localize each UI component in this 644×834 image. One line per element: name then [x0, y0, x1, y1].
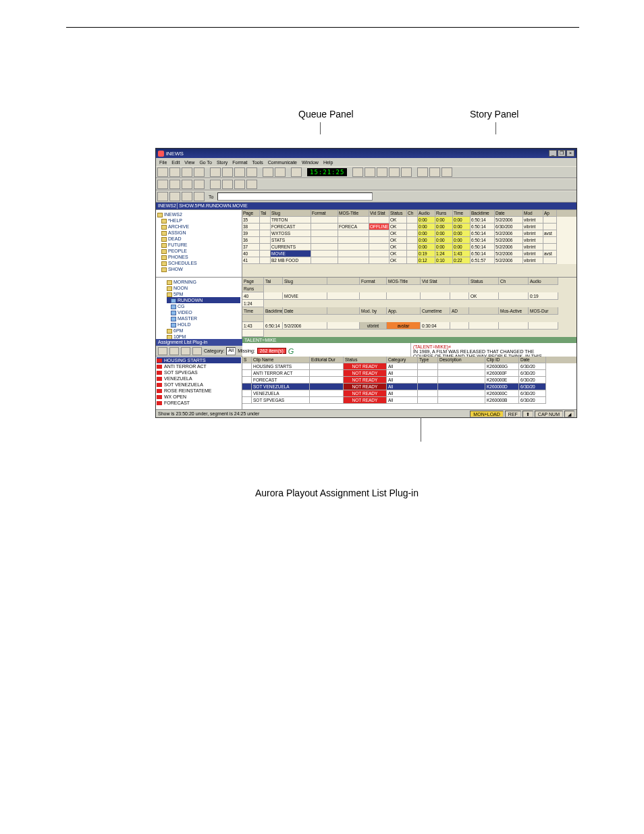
menu-help[interactable]: Help [323, 160, 333, 165]
toolbar-button[interactable] [389, 167, 400, 177]
tree-item[interactable]: 6PM [157, 328, 240, 334]
queue-header-cell[interactable]: Ch [407, 210, 418, 217]
queue-row[interactable]: 37CURRENTSOK0:000:000:006:50:145/2/2006v… [242, 244, 576, 251]
menu-file[interactable]: File [159, 160, 167, 165]
tree-item[interactable]: DEAD [157, 236, 240, 242]
toolbar-button[interactable] [401, 167, 412, 177]
form-value[interactable]: 1:24 [242, 300, 264, 307]
plugin-button[interactable] [158, 347, 167, 355]
clip-row[interactable]: SOT SPVEGASNOT READYAllK260000B6/30/20 [242, 397, 576, 404]
queue-header-cell[interactable]: Date [495, 210, 523, 217]
toolbar-button[interactable] [246, 167, 257, 177]
toolbar-button[interactable] [377, 167, 387, 177]
toolbar-button[interactable] [194, 180, 205, 189]
toolbar-button[interactable] [234, 167, 245, 177]
queue-header-cell[interactable]: MOS-Title [338, 210, 369, 217]
queue-header-cell[interactable]: Status [390, 210, 407, 217]
tree-item[interactable]: SCHEDULES [157, 260, 240, 266]
tree-item[interactable]: MASTER [167, 315, 240, 321]
form-value[interactable]: 0:30:04 [421, 322, 450, 330]
clip-header-cell[interactable]: Description [438, 357, 485, 363]
clip-list-item[interactable]: ANTI TERROR ACT [157, 363, 241, 369]
toolbar-button[interactable] [275, 167, 286, 177]
plugin-button[interactable] [181, 347, 190, 355]
clip-list-item[interactable]: SOT SPVEGAS [157, 369, 241, 375]
minimize-button[interactable]: _ [549, 150, 557, 157]
form-value[interactable] [469, 322, 499, 330]
form-value[interactable] [360, 292, 387, 300]
form-value[interactable] [264, 292, 283, 300]
toolbar-button[interactable] [157, 167, 168, 177]
toolbar-button[interactable] [222, 180, 233, 189]
menu-tools[interactable]: Tools [252, 160, 263, 165]
form-value[interactable] [450, 292, 469, 300]
form-value[interactable] [242, 330, 264, 337]
tree-item[interactable]: RUNDOWN [167, 297, 240, 303]
queue-header-cell[interactable]: Mod [523, 210, 543, 217]
form-value[interactable]: avstar [387, 322, 421, 330]
form-value[interactable]: 0:19 [529, 292, 558, 300]
form-value[interactable]: 40 [242, 292, 264, 300]
menu-window[interactable]: Window [302, 160, 319, 165]
tree-item[interactable]: PEOPLE [157, 248, 240, 254]
form-value[interactable]: 5/2/2006 [283, 322, 327, 330]
queue-header-cell[interactable]: Page [242, 210, 260, 217]
toolbar-button[interactable] [169, 167, 180, 177]
form-value[interactable]: 1:43 [242, 322, 264, 330]
toolbar-button[interactable] [365, 167, 375, 177]
menu-view[interactable]: View [184, 160, 194, 165]
tree-item[interactable]: ARCHIVE [157, 224, 240, 230]
toolbar-button[interactable] [169, 192, 180, 201]
clip-header-cell[interactable]: S [242, 357, 252, 363]
toolbar-button[interactable] [210, 180, 221, 189]
clip-list-item[interactable]: WX OPEN [157, 394, 241, 400]
maximize-button[interactable]: ❐ [558, 150, 566, 157]
toolbar-button[interactable] [234, 180, 245, 189]
clip-list-item[interactable]: HOUSING STARTS [157, 357, 241, 363]
form-value[interactable]: MOVIE [283, 292, 327, 300]
clip-header-cell[interactable]: Date [519, 357, 546, 363]
form-value[interactable] [499, 322, 529, 330]
queue-header-cell[interactable]: Time [453, 210, 471, 217]
tree-item[interactable]: HOLD [167, 321, 240, 328]
toolbar-button[interactable] [194, 192, 205, 201]
directory-tree-lower[interactable]: MORNINGNOON5PMRUNDOWNCGVIDEOMASTERHOLD6P… [156, 278, 242, 339]
toolbar-button[interactable] [429, 167, 440, 177]
tree-item[interactable]: *HELP [157, 217, 240, 224]
queue-header-cell[interactable]: Tal [260, 210, 271, 217]
form-value[interactable] [327, 322, 360, 330]
tree-item[interactable]: CG [167, 303, 240, 309]
queue-row[interactable]: 38FORECASTFORECAOFFLINEOK0:000:000:006:5… [242, 224, 576, 230]
queue-header-cell[interactable]: Runs [435, 210, 453, 217]
form-value[interactable] [529, 322, 558, 330]
queue-row[interactable]: 41B2 MB FOODOK0:120:100:226:51:575/2/200… [242, 257, 576, 264]
queue-header-cell[interactable]: Slug [271, 210, 311, 217]
tree-item[interactable]: SHOW [157, 266, 240, 272]
form-value[interactable]: OK [469, 292, 499, 300]
tree-item[interactable]: FUTURE [157, 242, 240, 248]
toolbar-button[interactable] [263, 167, 273, 177]
tree-item[interactable]: 10PM [157, 334, 240, 339]
clip-list[interactable]: HOUSING STARTSANTI TERROR ACTSOT SPVEGAS… [156, 357, 242, 409]
queue-header-cell[interactable]: Audio [418, 210, 435, 217]
clip-row[interactable]: ANTI TERROR ACTNOT READYAllK260000F6/30/… [242, 370, 576, 377]
clip-list-item[interactable]: ROSE REINSTATEME [157, 388, 241, 394]
toolbar-button[interactable] [222, 167, 233, 177]
tree-root[interactable]: INEWS2 [164, 212, 182, 217]
clip-header-cell[interactable]: Clip ID [485, 357, 519, 363]
plugin-button[interactable] [192, 347, 202, 355]
form-value[interactable] [450, 322, 469, 330]
category-select[interactable]: All [226, 347, 236, 355]
clip-row[interactable]: VENEZUELANOT READYAllK260000C6/30/20 [242, 390, 576, 397]
clip-row[interactable]: FORECASTNOT READYAllK260000E6/30/20 [242, 377, 576, 384]
menu-edit[interactable]: Edit [171, 160, 180, 165]
close-button[interactable]: × [566, 150, 574, 157]
tree-item[interactable]: NOON [157, 285, 240, 291]
form-value[interactable] [421, 292, 450, 300]
menu-story[interactable]: Story [217, 160, 227, 165]
clip-header-cell[interactable]: Clip Name [252, 357, 310, 363]
toolbar-button[interactable] [246, 180, 257, 189]
queue-row[interactable]: 36STATSOK0:000:000:006:50:145/2/2006vibr… [242, 237, 576, 244]
clip-list-item[interactable]: FORECAST [157, 400, 241, 406]
tree-item[interactable]: ASSIGN [157, 230, 240, 236]
